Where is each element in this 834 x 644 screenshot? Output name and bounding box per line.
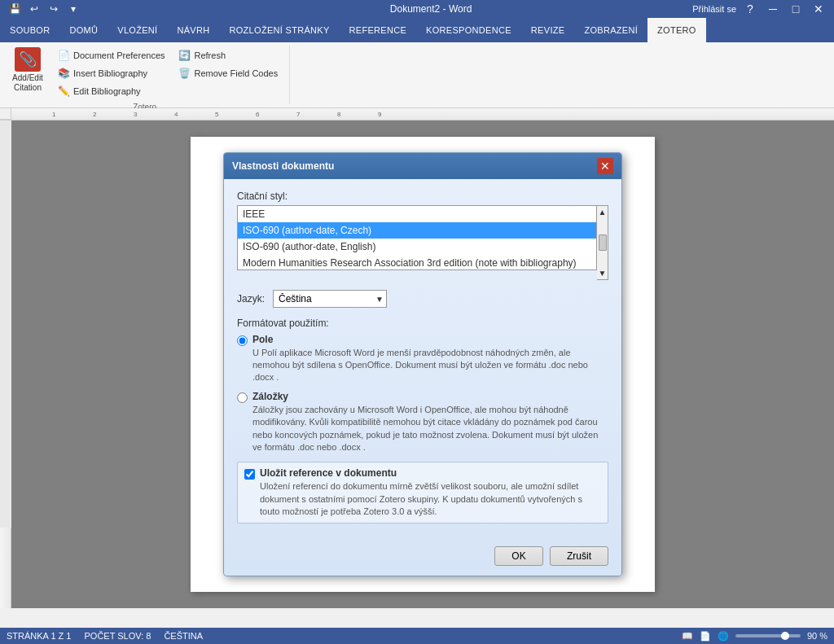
status-right: 📖 📄 🌐 90 %: [682, 631, 827, 642]
tab-soubor[interactable]: SOUBOR: [0, 18, 59, 42]
citation-style-label: Citační styl:: [237, 191, 608, 202]
remove-codes-icon: 🗑️: [178, 67, 191, 80]
radio-zalozky-row: Záložky Záložky jsou zachovány u Microso…: [237, 391, 608, 454]
undo-quick-btn[interactable]: ↩: [26, 1, 42, 17]
dialog-titlebar: Vlastnosti dokumentu ✕: [224, 153, 621, 179]
minimize-button[interactable]: ─: [764, 0, 782, 18]
ribbon-tab-list: SOUBOR DOMŮ VLOŽENÍ NÁVRH ROZLOŽENÍ STRÁ…: [0, 18, 834, 42]
zalozky-description: Záložky jsou zachovány u Microsoft Word …: [252, 404, 608, 454]
customize-quick-btn[interactable]: ▾: [65, 1, 81, 17]
radio-pole[interactable]: [237, 335, 248, 346]
document-preferences-button[interactable]: 📄 Document Preferences: [52, 47, 170, 64]
document-page: První publikace, které cituji, zahrnují …: [191, 137, 655, 592]
zotero-ribbon-group: 📎 Add/EditCitation 📄 Document Preference…: [0, 46, 290, 104]
tab-korespondence[interactable]: KORESPONDENCE: [416, 18, 521, 42]
svg-text:1: 1: [52, 111, 56, 118]
ruler-corner: [0, 108, 11, 120]
refresh-icon: 🔄: [178, 49, 191, 62]
doc-prefs-icon: 📄: [57, 49, 70, 62]
citation-item-iso690-english[interactable]: ISO-690 (author-date, English): [238, 239, 596, 255]
insert-bibliography-button[interactable]: 📚 Insert Bibliography: [52, 65, 170, 81]
checkbox-ulozit[interactable]: [244, 469, 255, 480]
svg-rect-10: [0, 120, 11, 528]
dialog-title: Vlastnosti dokumentu: [232, 160, 334, 172]
refresh-button[interactable]: 🔄 Refresh: [173, 47, 283, 64]
view-mode-web-icon[interactable]: 🌐: [718, 631, 729, 642]
ribbon-content-zotero: 📎 Add/EditCitation 📄 Document Preference…: [0, 42, 834, 107]
add-edit-label: Add/EditCitation: [12, 73, 43, 93]
checkbox-ulozit-row: Uložit reference v dokumentu Uložení ref…: [237, 462, 608, 524]
ok-button[interactable]: OK: [494, 546, 543, 566]
tab-rozlozeni[interactable]: ROZLOŽENÍ STRÁNKY: [219, 18, 339, 42]
citation-list-container: IEEE ISO-690 (author-date, Czech) ISO-69…: [237, 205, 608, 280]
zalozky-label: Záložky: [252, 391, 288, 402]
language-select[interactable]: Čeština: [273, 290, 387, 308]
main-area: První publikace, které cituji, zahrnují …: [0, 120, 834, 608]
citation-item-mhra[interactable]: Modern Humanities Research Association 3…: [238, 255, 596, 270]
add-citation-icon: 📎: [15, 47, 41, 72]
scroll-down-arrow[interactable]: ▼: [599, 269, 607, 278]
checkbox-ulozit-label: Uložit reference v dokumentu Uložení ref…: [260, 467, 601, 518]
scroll-up-arrow[interactable]: ▲: [599, 208, 607, 217]
tab-revize[interactable]: REVIZE: [521, 18, 575, 42]
tab-reference[interactable]: REFERENCE: [340, 18, 417, 42]
radio-zalozky[interactable]: [237, 392, 248, 403]
format-label: Formátovat použitím:: [237, 318, 608, 329]
tab-zotero[interactable]: ZOTERO: [647, 18, 706, 42]
svg-text:3: 3: [134, 111, 138, 118]
zotero-small-buttons: 📄 Document Preferences 📚 Insert Bibliogr…: [52, 47, 170, 99]
citation-item-ieee[interactable]: IEEE: [238, 206, 596, 222]
citation-listbox[interactable]: IEEE ISO-690 (author-date, Czech) ISO-69…: [237, 205, 597, 270]
radio-pole-row: Pole U Polí aplikace Microsoft Word je m…: [237, 334, 608, 384]
language-label: Jazyk:: [237, 293, 265, 304]
insert-bib-icon: 📚: [57, 67, 70, 80]
citation-scrollbar[interactable]: ▲ ▼: [597, 205, 608, 280]
radio-zalozky-label: Záložky Záložky jsou zachovány u Microso…: [252, 391, 608, 454]
svg-text:7: 7: [296, 111, 301, 118]
redo-quick-btn[interactable]: ↪: [46, 1, 62, 17]
login-label[interactable]: Přihlásit se: [692, 4, 736, 14]
view-mode-layout-icon[interactable]: 📄: [700, 631, 711, 642]
remove-codes-label: Remove Field Codes: [195, 68, 279, 78]
dialog-close-button[interactable]: ✕: [597, 158, 613, 174]
tab-domu[interactable]: DOMŮ: [59, 18, 108, 42]
save-quick-btn[interactable]: 💾: [7, 1, 23, 17]
title-bar-title: Dokument2 - Word: [169, 3, 692, 15]
ruler-area: 1 2 3 4 5 6 7 8 9: [0, 108, 834, 120]
zoom-slider[interactable]: [735, 634, 801, 637]
pole-label: Pole: [252, 334, 273, 345]
svg-text:2: 2: [93, 111, 97, 118]
title-bar: 💾 ↩ ↪ ▾ Dokument2 - Word Přihlásit se ? …: [0, 0, 834, 18]
scroll-thumb[interactable]: [599, 234, 607, 251]
dialog-body: Citační styl: IEEE ISO-690 (author-date,…: [224, 179, 621, 541]
svg-text:6: 6: [256, 111, 260, 118]
tab-navrh[interactable]: NÁVRH: [167, 18, 219, 42]
status-bar: STRÁNKA 1 Z 1 POČET SLOV: 8 ČEŠTINA 📖 📄 …: [0, 628, 834, 644]
citation-item-iso690-czech[interactable]: ISO-690 (author-date, Czech): [238, 222, 596, 239]
cancel-button[interactable]: Zrušit: [550, 546, 608, 566]
help-button[interactable]: ?: [741, 0, 759, 18]
tab-vlozeni[interactable]: VLOŽENÍ: [108, 18, 167, 42]
view-mode-read-icon[interactable]: 📖: [682, 631, 693, 642]
doc-prefs-label: Document Preferences: [73, 50, 165, 60]
edit-bib-icon: ✏️: [57, 85, 70, 98]
tab-zobrazeni[interactable]: ZOBRAZENÍ: [574, 18, 647, 42]
dialog-buttons: OK Zrušit: [224, 540, 621, 576]
maximize-button[interactable]: □: [787, 0, 805, 18]
svg-text:4: 4: [174, 111, 178, 118]
ulozit-description: Uložení referencí do dokumentu mírně zvě…: [260, 480, 601, 518]
close-button[interactable]: ✕: [810, 0, 827, 18]
zotero-right-buttons: 🔄 Refresh 🗑️ Remove Field Codes: [173, 47, 283, 81]
svg-text:8: 8: [337, 111, 341, 118]
dialog-overlay: Vlastnosti dokumentu ✕ Citační styl: IEE…: [191, 137, 655, 592]
add-edit-citation-button[interactable]: 📎 Add/EditCitation: [7, 47, 49, 93]
radio-pole-label: Pole U Polí aplikace Microsoft Word je m…: [252, 334, 608, 384]
vertical-ruler: [0, 120, 11, 608]
pole-description: U Polí aplikace Microsoft Word je menší …: [252, 347, 608, 384]
remove-field-codes-button[interactable]: 🗑️ Remove Field Codes: [173, 65, 283, 81]
document-area[interactable]: První publikace, které cituji, zahrnují …: [11, 120, 834, 608]
edit-bibliography-button[interactable]: ✏️ Edit Bibliography: [52, 83, 170, 99]
language-select-wrapper: Čeština ▼: [273, 290, 387, 308]
format-section: Formátovat použitím: Pole U Polí aplikac…: [237, 318, 608, 454]
insert-bib-label: Insert Bibliography: [73, 68, 147, 78]
